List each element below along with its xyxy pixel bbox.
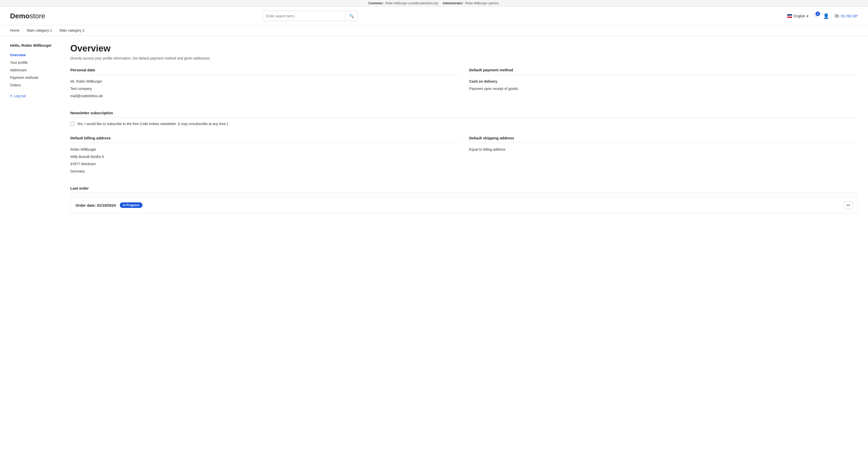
shipping-address-title: Default shipping address (469, 136, 858, 143)
customer-label: Customer: (368, 1, 383, 5)
sidebar-item-payment[interactable]: Payment methods (10, 74, 60, 81)
billing-street: Willy-Brandt-Straße 6 (70, 154, 459, 159)
billing-city: 97877 Wertheim (70, 161, 459, 167)
personal-data-title: Personal data (70, 68, 459, 75)
sidebar-link-profile[interactable]: Your profile (10, 59, 60, 66)
wishlist-badge: 2 (815, 11, 820, 16)
logout-label: Log out (14, 94, 26, 98)
nav-item-category2[interactable]: Main category 2 (60, 28, 85, 32)
content-area: Overview Directly access your profile in… (70, 43, 858, 218)
payment-method-desc: Payment upon receipt of goods. (469, 86, 858, 91)
sidebar: Hello, Robin Willburger Overview Your pr… (10, 43, 60, 218)
language-label: English (794, 14, 805, 18)
logout-link[interactable]: ⎋ Log out (10, 94, 60, 98)
billing-address-title: Default billing address (70, 136, 459, 143)
language-selector[interactable]: English ▾ (787, 14, 808, 18)
page-subtitle: Directly access your profile information… (70, 56, 858, 60)
last-order-title: Last order (70, 186, 858, 193)
sidebar-greeting: Hello, Robin Willburger (10, 43, 60, 47)
payment-method-col: Default payment method Cash on delivery … (469, 68, 858, 101)
personal-data-name: Mr. Robin Willburger (70, 79, 459, 84)
sidebar-link-addresses[interactable]: Addresses (10, 67, 60, 73)
main-layout: Hello, Robin Willburger Overview Your pr… (0, 36, 868, 226)
last-order-section: Last order Order date: 01/10/2024 In Pro… (70, 186, 858, 213)
newsletter-title: Newsletter subscription (70, 111, 858, 118)
sidebar-item-addresses[interactable]: Addresses (10, 67, 60, 73)
personal-data-email: mail@codeimbiss.de (70, 93, 459, 99)
logo-bold: Demo (10, 12, 30, 20)
user-icon: 👤 (823, 13, 829, 19)
shipping-address-col: Default shipping address Equal to billin… (469, 136, 858, 176)
nav-item-category1[interactable]: Main category 1 (27, 28, 52, 32)
sidebar-link-orders[interactable]: Orders (10, 82, 60, 89)
account-button[interactable]: 👤 (823, 13, 829, 19)
header: Demostore 🔍 English ▾ ♡ 2 👤 🛍 €3,782.00* (0, 7, 868, 25)
cart-icon: 🛍 (834, 13, 839, 19)
payment-method-name: Cash on delivery (469, 79, 858, 84)
billing-name: Robin Willburger (70, 147, 459, 152)
header-actions: English ▾ ♡ 2 👤 🛍 €3,782.00* (787, 13, 858, 19)
chevron-down-icon: ▾ (807, 14, 808, 18)
sidebar-item-orders[interactable]: Orders (10, 82, 60, 89)
addresses-row: Default billing address Robin Willburger… (70, 136, 858, 176)
cart-price: €3,782.00* (841, 14, 858, 18)
page-title: Overview (70, 43, 858, 54)
billing-country: Germany (70, 169, 459, 174)
order-more-button[interactable]: ••• (844, 201, 853, 209)
personal-data-company: Test company (70, 86, 459, 91)
customer-name: Robin Willburger (mail@codeimbiss.de) (385, 1, 438, 5)
search-bar: 🔍 (262, 11, 358, 21)
payment-method-title: Default payment method (469, 68, 858, 75)
personal-data-col: Personal data Mr. Robin Willburger Test … (70, 68, 459, 101)
newsletter-section: Newsletter subscription Yes, I would lik… (70, 111, 858, 126)
search-button[interactable]: 🔍 (345, 11, 358, 21)
main-nav: Home Main category 1 Main category 2 (0, 25, 868, 36)
newsletter-check-label[interactable]: Yes, I would like to subscribe to the fr… (70, 122, 858, 126)
sidebar-item-profile[interactable]: Your profile (10, 59, 60, 66)
order-card: Order date: 01/10/2024 In Progress ••• (70, 197, 858, 213)
wishlist-button[interactable]: ♡ 2 (813, 13, 818, 19)
logo-light: store (30, 12, 45, 20)
newsletter-checkbox[interactable] (70, 122, 74, 126)
newsletter-checkbox-label: Yes, I would like to subscribe to the fr… (77, 122, 228, 126)
sidebar-link-payment[interactable]: Payment methods (10, 74, 60, 81)
sidebar-menu: Overview Your profile Addresses Payment … (10, 52, 60, 89)
personal-payment-row: Personal data Mr. Robin Willburger Test … (70, 68, 858, 101)
sidebar-link-overview[interactable]: Overview (10, 52, 60, 59)
logo[interactable]: Demostore (10, 12, 45, 20)
nav-item-home[interactable]: Home (10, 28, 19, 32)
order-status-badge: In Progress (120, 202, 143, 208)
order-date-label: Order date: 01/10/2024 (75, 203, 116, 207)
billing-address-col: Default billing address Robin Willburger… (70, 136, 459, 176)
sidebar-item-overview[interactable]: Overview (10, 52, 60, 59)
ellipsis-icon: ••• (846, 203, 850, 207)
top-bar: Customer: Robin Willburger (mail@codeimb… (0, 0, 868, 7)
flag-icon (787, 14, 792, 18)
order-card-header: Order date: 01/10/2024 In Progress ••• (70, 197, 858, 213)
shipping-address-value: Equal to billing address (469, 147, 858, 152)
admin-label: Administrator: (442, 1, 463, 5)
admin-name: Robin Willburger (admin) (465, 1, 499, 5)
logout-icon: ⎋ (10, 94, 12, 98)
cart-button[interactable]: 🛍 €3,782.00* (834, 13, 858, 19)
search-input[interactable] (263, 11, 345, 21)
